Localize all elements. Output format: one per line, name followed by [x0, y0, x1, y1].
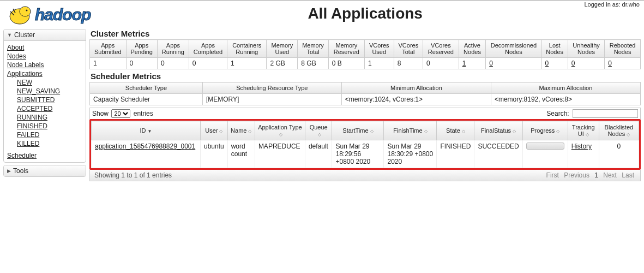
caret-right-icon: ▶ — [7, 168, 11, 174]
sidebar-link-state-finished[interactable]: FINISHED — [17, 122, 82, 130]
pager-next[interactable]: Next — [603, 171, 617, 179]
td-lost-nodes[interactable]: 0 — [541, 58, 568, 69]
sidebar-link-about[interactable]: About — [7, 43, 82, 52]
th-rebooted-nodes: Rebooted Nodes — [605, 40, 641, 58]
cell-progress — [522, 140, 568, 168]
scheduler-metrics-table: Scheduler Type Scheduling Resource Type … — [89, 82, 641, 105]
cluster-metrics-table: Apps Submitted Apps Pending Apps Running… — [89, 39, 641, 69]
pager-current[interactable]: 1 — [594, 171, 598, 179]
td-vcores-total: 8 — [394, 58, 423, 69]
sidebar-section-tools[interactable]: ▶ Tools — [4, 165, 86, 176]
app-id-link[interactable]: application_1585476988829_0001 — [95, 143, 195, 150]
applications-table: ID▼ User◇ Name◇ Application Type◇ Queue◇… — [91, 121, 639, 168]
sidebar-link-state-submitted[interactable]: SUBMITTED — [17, 96, 82, 104]
cell-user: ubuntu — [201, 140, 228, 168]
sidebar-link-applications[interactable]: Applications — [7, 69, 82, 78]
sidebar-link-state-accepted[interactable]: ACCEPTED — [17, 104, 82, 113]
caret-down-icon: ▼ — [7, 32, 12, 38]
page-title: All Applications — [91, 5, 640, 22]
th-start-time[interactable]: StartTime◇ — [332, 121, 384, 140]
sidebar: ▼ Cluster About Nodes Node Labels Applic… — [3, 29, 86, 181]
sidebar-link-nodes[interactable]: Nodes — [7, 52, 82, 61]
sidebar-cluster-title: Cluster — [14, 31, 35, 39]
th-queue[interactable]: Queue◇ — [305, 121, 332, 140]
td-apps-completed: 0 — [189, 58, 227, 69]
th-vcores-total: VCores Total — [394, 40, 423, 58]
sidebar-link-state-failed[interactable]: FAILED — [17, 130, 82, 139]
pagination: First Previous 1 Next Last — [545, 171, 636, 179]
th-unhealthy-nodes: Unhealthy Nodes — [568, 40, 605, 58]
th-memory-used: Memory Used — [267, 40, 298, 58]
td-apps-pending: 0 — [126, 58, 157, 69]
cell-queue: default — [305, 140, 332, 168]
entries-control: Show 20 entries — [92, 109, 153, 118]
td-rebooted-nodes[interactable]: 0 — [605, 58, 641, 69]
th-max-allocation: Maximum Allocation — [491, 82, 640, 94]
sidebar-tools-title: Tools — [13, 167, 28, 175]
sidebar-link-scheduler[interactable]: Scheduler — [7, 151, 82, 160]
th-vcores-reserved: VCores Reserved — [423, 40, 459, 58]
td-containers-running: 1 — [227, 58, 267, 69]
th-containers-running: Containers Running — [227, 40, 267, 58]
svg-point-1 — [20, 7, 31, 16]
th-active-nodes: Active Nodes — [459, 40, 485, 58]
sidebar-link-state-new-saving[interactable]: NEW_SAVING — [17, 87, 82, 96]
pager-first[interactable]: First — [546, 171, 559, 179]
search-input[interactable] — [573, 109, 638, 118]
hadoop-logo-text: hadoop — [35, 5, 91, 24]
table-info: Showing 1 to 1 of 1 entries — [94, 171, 172, 179]
th-name[interactable]: Name◇ — [227, 121, 255, 140]
th-progress[interactable]: Progress◇ — [522, 121, 568, 140]
th-apps-completed: Apps Completed — [189, 40, 227, 58]
td-scheduling-resource-type: [MEMORY] — [202, 94, 341, 105]
sidebar-link-state-running[interactable]: RUNNING — [17, 113, 82, 122]
th-memory-total: Memory Total — [298, 40, 328, 58]
th-finish-time[interactable]: FinishTime◇ — [384, 121, 437, 140]
td-memory-total: 8 GB — [298, 58, 328, 69]
applications-table-highlight: ID▼ User◇ Name◇ Application Type◇ Queue◇… — [89, 119, 641, 170]
sidebar-link-state-killed[interactable]: KILLED — [17, 139, 82, 148]
td-max-allocation: <memory:8192, vCores:8> — [491, 94, 640, 105]
pager-last[interactable]: Last — [622, 171, 634, 179]
cell-app-type: MAPREDUCE — [255, 140, 305, 168]
th-scheduler-type: Scheduler Type — [90, 82, 203, 94]
td-apps-submitted: 1 — [90, 58, 127, 69]
th-final-status[interactable]: FinalStatus◇ — [474, 121, 522, 140]
cell-state: FINISHED — [437, 140, 474, 168]
td-memory-reserved: 0 B — [328, 58, 364, 69]
th-apps-submitted: Apps Submitted — [90, 40, 127, 58]
table-row: application_1585476988829_0001 ubuntu wo… — [92, 140, 639, 168]
svg-point-2 — [26, 10, 28, 11]
td-decommissioned-nodes[interactable]: 0 — [486, 58, 541, 69]
th-tracking-ui[interactable]: Tracking UI◇ — [568, 121, 599, 140]
entries-select[interactable]: 20 — [111, 109, 130, 118]
show-label: Show — [92, 110, 109, 117]
td-unhealthy-nodes[interactable]: 0 — [568, 58, 605, 69]
cell-start: Sun Mar 29 18:29:56 +0800 2020 — [332, 140, 384, 168]
th-vcores-used: VCores Used — [364, 40, 394, 58]
login-info: Logged in as: dr.who — [584, 1, 640, 8]
hadoop-logo: hadoop — [4, 1, 91, 28]
td-vcores-used: 1 — [364, 58, 394, 69]
td-min-allocation: <memory:1024, vCores:1> — [341, 94, 491, 105]
th-decommissioned-nodes: Decommissioned Nodes — [486, 40, 541, 58]
th-blacklisted[interactable]: Blacklisted Nodes◇ — [599, 121, 639, 140]
td-active-nodes[interactable]: 1 — [459, 58, 485, 69]
th-lost-nodes: Lost Nodes — [541, 40, 568, 58]
sidebar-link-state-new[interactable]: NEW — [17, 78, 82, 87]
th-id[interactable]: ID▼ — [92, 121, 201, 140]
th-user[interactable]: User◇ — [201, 121, 228, 140]
cluster-metrics-title: Cluster Metrics — [91, 29, 641, 38]
td-memory-used: 2 GB — [267, 58, 298, 69]
th-app-type[interactable]: Application Type◇ — [255, 121, 305, 140]
th-scheduling-resource-type: Scheduling Resource Type — [202, 82, 341, 94]
entries-label: entries — [134, 110, 153, 117]
td-scheduler-type: Capacity Scheduler — [90, 94, 203, 105]
pager-prev[interactable]: Previous — [564, 171, 589, 179]
tracking-ui-link[interactable]: History — [571, 143, 592, 150]
sidebar-section-cluster[interactable]: ▼ Cluster — [4, 29, 86, 41]
sidebar-link-node-labels[interactable]: Node Labels — [7, 61, 82, 69]
cell-final: SUCCEEDED — [474, 140, 522, 168]
th-state[interactable]: State◇ — [437, 121, 474, 140]
th-memory-reserved: Memory Reserved — [328, 40, 364, 58]
